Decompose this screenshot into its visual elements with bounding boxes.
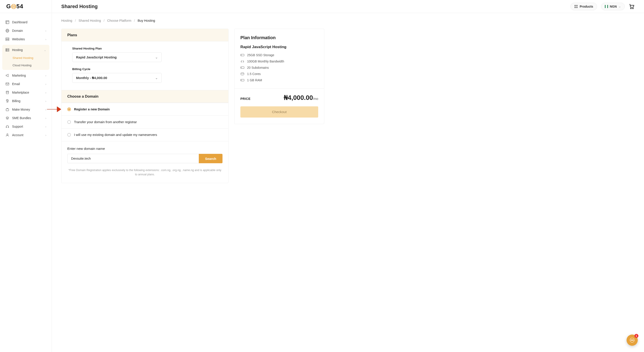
breadcrumb-item[interactable]: Hosting <box>61 19 72 22</box>
sidebar-item-sme-bundles[interactable]: SME Bundles › <box>2 114 50 122</box>
sidebar-item-label: Marketplace <box>12 91 29 94</box>
chat-badge: 1 <box>634 334 638 338</box>
sidebar-item-marketing[interactable]: Marketing › <box>2 71 50 80</box>
logo[interactable]: G 54 <box>0 0 52 13</box>
sidebar-item-dashboard[interactable]: Dashboard <box>2 18 50 27</box>
search-button[interactable]: Search <box>199 154 222 163</box>
feature-text: 20 Subdomains <box>247 66 269 69</box>
products-button[interactable]: Products <box>570 3 597 10</box>
svg-rect-21 <box>8 127 9 128</box>
feature-text: 1 GB RAM <box>247 78 262 82</box>
svg-point-22 <box>7 134 8 135</box>
domain-option-transfer[interactable]: Transfer your domain from another regist… <box>62 116 228 128</box>
arrow-annotation <box>46 105 62 114</box>
sidebar-group-hosting: Hosting ⌄ Shared Hosting Cloud Hosting <box>2 45 50 70</box>
svg-point-39 <box>633 340 633 340</box>
sidebar-item-label: Hosting <box>12 48 22 52</box>
svg-rect-16 <box>6 83 9 85</box>
svg-point-35 <box>241 80 242 80</box>
sidebar-subitem-cloud-hosting[interactable]: Cloud Hosting <box>2 62 50 69</box>
sidebar-item-label: Marketing <box>12 74 26 77</box>
plans-card: Plans Shared Hosting Plan Rapid JavaScri… <box>61 29 228 183</box>
user-icon <box>5 133 10 137</box>
cpu-icon <box>240 72 244 75</box>
currency-label: NGN <box>610 5 617 8</box>
svg-rect-19 <box>6 109 9 111</box>
sidebar-item-websites[interactable]: Websites › <box>2 35 50 44</box>
billing-select-value: Monthly - ₦4,000.00 <box>76 76 107 80</box>
feature-text: 100GB Monthly Bandwidth <box>247 60 284 63</box>
headphones-icon <box>5 124 10 128</box>
plans-section-title: Plans <box>62 29 228 41</box>
globe-icon <box>5 29 10 33</box>
domain-option-register[interactable]: Register a new Domain <box>62 103 228 116</box>
domain-option-existing[interactable]: I will use my existing domain and update… <box>62 128 228 141</box>
plan-info-title: Plan Information <box>240 35 318 40</box>
megaphone-icon <box>5 73 10 77</box>
sidebar-item-label: Email <box>12 82 20 86</box>
sidebar-item-support[interactable]: Support › <box>2 122 50 131</box>
currency-selector[interactable]: NGN ⌄ <box>601 3 625 10</box>
breadcrumb-current: Buy Hosting <box>138 19 155 22</box>
sidebar-item-label: Websites <box>12 37 25 41</box>
radio-icon <box>67 107 71 111</box>
svg-point-32 <box>241 67 242 68</box>
chevron-right-icon: › <box>46 74 46 77</box>
svg-rect-17 <box>6 92 8 94</box>
sidebar-item-account[interactable]: Account › <box>2 131 50 139</box>
ram-icon <box>240 79 244 82</box>
enter-domain-label: Enter new domain name <box>67 147 222 151</box>
divider <box>234 88 324 88</box>
domain-input[interactable] <box>67 154 199 163</box>
svg-rect-26 <box>576 7 578 8</box>
plan-select-value: Rapid JavaScript Hosting <box>76 55 117 59</box>
cart-icon[interactable] <box>629 4 634 10</box>
subdomains-icon <box>240 66 244 69</box>
grid-icon <box>574 5 578 8</box>
svg-rect-25 <box>574 7 576 8</box>
radio-label: Register a new Domain <box>74 107 110 111</box>
svg-point-15 <box>6 51 7 51</box>
sidebar-item-label: Account <box>12 133 24 137</box>
checkout-button[interactable]: Checkout <box>240 106 318 118</box>
chevron-right-icon: › <box>46 99 46 103</box>
sidebar-item-billing[interactable]: Billing › <box>2 97 50 105</box>
websites-icon <box>5 37 10 41</box>
billing-select[interactable]: Monthly - ₦4,000.00 ⌄ <box>72 73 162 83</box>
price-value: ₦4,000.00 <box>284 94 313 101</box>
plan-field-label: Shared Hosting Plan <box>72 47 218 50</box>
svg-point-28 <box>632 8 633 9</box>
plan-select[interactable]: Rapid JavaScript Hosting ⌄ <box>72 52 162 62</box>
sidebar-item-label: Make Money <box>12 108 30 111</box>
sidebar: G 54 Dashboard Domain › <box>0 0 52 352</box>
feature-item: 25GB SSD Storage <box>240 53 318 57</box>
chat-widget[interactable]: 1 <box>626 334 638 346</box>
envelope-icon <box>5 82 10 86</box>
radio-label: I will use my existing domain and update… <box>74 133 157 137</box>
layers-icon <box>5 116 10 120</box>
svg-point-33 <box>241 73 244 74</box>
chevron-right-icon: › <box>46 82 46 86</box>
sidebar-item-label: Dashboard <box>12 20 28 24</box>
sidebar-item-email[interactable]: Email › <box>2 80 50 88</box>
chevron-down-icon: ⌄ <box>155 56 158 59</box>
svg-point-27 <box>630 8 631 9</box>
breadcrumb-item[interactable]: Shared Hosting <box>78 19 101 22</box>
plan-name: Rapid JavaScript Hosting <box>240 45 318 49</box>
sidebar-item-marketplace[interactable]: Marketplace › <box>2 88 50 97</box>
radio-icon <box>67 133 71 137</box>
products-label: Products <box>580 5 593 8</box>
sidebar-item-domain[interactable]: Domain › <box>2 27 50 35</box>
price-label: PRICE <box>240 97 250 101</box>
feature-text: 25GB SSD Storage <box>247 53 274 57</box>
feature-item: 100GB Monthly Bandwidth <box>240 60 318 63</box>
breadcrumb-item[interactable]: Choose Platform <box>107 19 131 22</box>
sidebar-subitem-shared-hosting[interactable]: Shared Hosting <box>2 54 50 62</box>
storage-icon <box>240 54 244 57</box>
sidebar-item-label: Billing <box>12 99 20 103</box>
sidebar-item-make-money[interactable]: Make Money › <box>2 105 50 114</box>
domain-section-title: Choose a Domain <box>62 90 228 103</box>
radio-icon <box>67 120 71 124</box>
svg-rect-20 <box>6 127 7 128</box>
sidebar-item-hosting[interactable]: Hosting ⌄ <box>2 46 50 54</box>
